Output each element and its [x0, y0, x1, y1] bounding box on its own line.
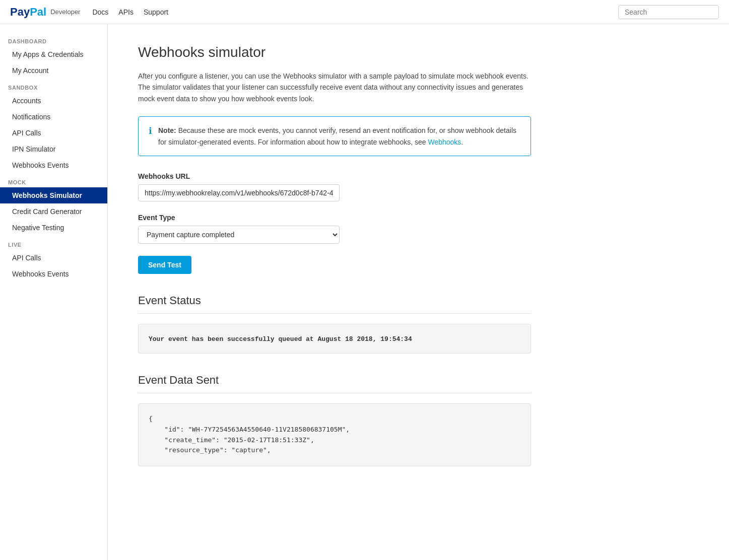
- search-input[interactable]: [618, 5, 719, 19]
- nav-apis[interactable]: APIs: [118, 8, 134, 16]
- event-type-select[interactable]: Payment capture completedPayment capture…: [138, 226, 340, 244]
- sidebar-item-api-calls[interactable]: API Calls: [0, 125, 107, 141]
- main-content: Webhooks simulator After you configure a…: [108, 24, 561, 560]
- event-data-json: { "id": "WH-7Y7254563A4550640-11V2185806…: [149, 414, 520, 456]
- sidebar-item-live-api-calls[interactable]: API Calls: [0, 250, 107, 266]
- nav-support[interactable]: Support: [144, 8, 168, 16]
- event-data-block: { "id": "WH-7Y7254563A4550640-11V2185806…: [138, 403, 531, 466]
- sidebar-item-negative-testing[interactable]: Negative Testing: [0, 220, 107, 236]
- sidebar: DASHBOARDMy Apps & CredentialsMy Account…: [0, 24, 108, 560]
- sidebar-item-webhooks-simulator[interactable]: Webhooks Simulator: [0, 187, 107, 203]
- event-data-title: Event Data Sent: [138, 374, 531, 387]
- layout: DASHBOARDMy Apps & CredentialsMy Account…: [0, 24, 729, 560]
- page-description: After you configure a listener, you can …: [138, 71, 531, 104]
- developer-logo-text: Developer: [50, 8, 80, 16]
- info-box: ℹ Note: Because these are mock events, y…: [138, 116, 531, 156]
- note-period: .: [461, 138, 463, 146]
- sidebar-item-my-apps[interactable]: My Apps & Credentials: [0, 46, 107, 62]
- webhooks-url-group: Webhooks URL: [138, 172, 531, 201]
- sidebar-section-live: LIVE: [0, 236, 107, 250]
- header: PayPal Developer Docs APIs Support: [0, 0, 729, 24]
- event-status-title: Event Status: [138, 294, 531, 307]
- event-status-box: Your event has been successfully queued …: [138, 324, 531, 354]
- sidebar-section-dashboard: DASHBOARD: [0, 32, 107, 46]
- info-text: Note: Because these are mock events, you…: [158, 125, 520, 148]
- send-test-button[interactable]: Send Test: [138, 256, 191, 274]
- event-status-divider: [138, 313, 531, 314]
- event-type-group: Event Type Payment capture completedPaym…: [138, 214, 531, 244]
- webhooks-url-label: Webhooks URL: [138, 172, 531, 180]
- logo: PayPal Developer: [10, 6, 80, 19]
- event-data-divider: [138, 393, 531, 393]
- page-title: Webhooks simulator: [138, 44, 531, 60]
- sidebar-section-sandbox: SANDBOX: [0, 79, 107, 93]
- nav-docs[interactable]: Docs: [92, 8, 108, 16]
- sidebar-section-mock: MOCK: [0, 173, 107, 187]
- main-nav: Docs APIs Support: [92, 8, 168, 16]
- note-label: Note:: [158, 126, 176, 134]
- info-icon: ℹ: [149, 125, 152, 148]
- sidebar-item-notifications[interactable]: Notifications: [0, 109, 107, 125]
- sidebar-item-ipn-simulator[interactable]: IPN Simulator: [0, 141, 107, 157]
- search-box: [618, 5, 719, 19]
- webhooks-url-input[interactable]: [138, 184, 340, 201]
- sidebar-item-webhooks-events[interactable]: Webhooks Events: [0, 157, 107, 173]
- sidebar-item-credit-card-generator[interactable]: Credit Card Generator: [0, 203, 107, 220]
- event-type-label: Event Type: [138, 214, 531, 222]
- sidebar-item-my-account[interactable]: My Account: [0, 62, 107, 79]
- paypal-logo-text: PayPal: [10, 6, 46, 19]
- webhooks-link[interactable]: Webhooks: [428, 138, 461, 146]
- sidebar-item-accounts[interactable]: Accounts: [0, 93, 107, 109]
- sidebar-item-live-webhooks-events[interactable]: Webhooks Events: [0, 266, 107, 282]
- status-message: Your event has been successfully queued …: [149, 335, 412, 343]
